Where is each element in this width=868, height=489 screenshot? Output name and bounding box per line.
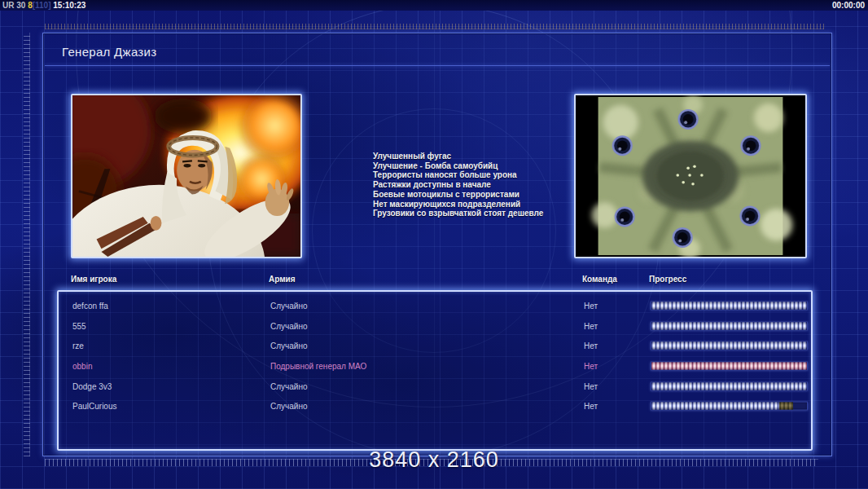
player-name: 555 xyxy=(72,321,86,330)
player-army: Случайно xyxy=(270,302,308,311)
fps-readout: UR 30 8[110] 15:10:23 xyxy=(2,0,85,11)
progress-bar xyxy=(651,381,808,390)
player-row: rzeСлучайноНет xyxy=(59,336,811,356)
ruler-top xyxy=(45,24,824,29)
progress-bar-fill xyxy=(651,302,807,310)
game-timer: 00:00:00 xyxy=(832,0,865,11)
progress-bar-fill xyxy=(651,342,807,350)
bonus-item: Грузовики со взрывчаткой стоят дешевле xyxy=(373,209,543,218)
column-header-army: Армия xyxy=(269,275,296,284)
clock-readout: 15:10:23 xyxy=(53,1,85,10)
ruler-left xyxy=(24,33,30,456)
player-team: Нет xyxy=(584,402,598,411)
progress-bar xyxy=(651,302,808,311)
map-center-marker xyxy=(676,174,679,177)
map-start-position-icon xyxy=(613,136,632,155)
player-name: rze xyxy=(72,341,84,350)
progress-bar-head xyxy=(779,403,793,410)
player-army: Подрывной генерал МАО xyxy=(270,362,366,371)
player-team: Нет xyxy=(584,381,598,390)
progress-bar xyxy=(651,402,808,411)
column-header-team: Команда xyxy=(582,275,617,284)
title-separator xyxy=(45,65,830,66)
map-start-position-icon xyxy=(741,207,760,226)
column-header-progress: Прогресс xyxy=(649,275,686,284)
general-portrait-image xyxy=(72,95,300,257)
fps-label: UR 30 xyxy=(2,1,25,10)
fps-bracket: [110] xyxy=(33,1,51,10)
bonus-item: Улучшение - Бомба самоубийц xyxy=(373,161,543,171)
progress-bar xyxy=(651,321,808,330)
player-name: defcon ffa xyxy=(72,302,108,311)
map-center-marker xyxy=(688,174,691,177)
progress-bar-fill xyxy=(651,363,807,370)
progress-bar-fill xyxy=(651,403,779,410)
player-row: PaulCuriousСлучайноНет xyxy=(59,396,811,416)
loading-screen: UR 30 8[110] 15:10:23 00:00:00 Генерал Д… xyxy=(0,0,868,489)
player-army: Случайно xyxy=(270,341,308,350)
map-center-marker xyxy=(682,181,685,184)
map-start-position-icon xyxy=(673,228,692,247)
player-name: PaulCurious xyxy=(72,402,116,411)
map-center-marker xyxy=(700,174,704,177)
player-row: Dodge 3v3СлучайноНет xyxy=(59,376,811,396)
map-center-marker xyxy=(686,166,690,170)
bonus-item: Террористы наносят больше урона xyxy=(373,170,543,180)
map-center-marker xyxy=(693,165,696,168)
bonus-item: Боевые мотоциклы с террористами xyxy=(373,190,543,200)
player-name: Dodge 3v3 xyxy=(72,381,112,390)
resolution-label: 3840 x 2160 xyxy=(0,447,868,473)
bonus-item: Нет маскирующихся подразделений xyxy=(373,200,543,209)
map-preview-svg xyxy=(576,95,805,257)
page-title: Генерал Джазиз xyxy=(62,45,156,59)
map-start-position-icon xyxy=(679,110,698,129)
bonus-item: Улучшенный фугас xyxy=(373,152,543,161)
player-row: obbinПодрывной генерал МАОНет xyxy=(59,356,811,377)
progress-bar-fill xyxy=(651,322,807,329)
player-list-box: defcon ffaСлучайноНет555СлучайноНетrzeСл… xyxy=(57,290,813,451)
player-team: Нет xyxy=(584,302,598,311)
player-team: Нет xyxy=(584,321,598,330)
map-preview xyxy=(574,94,807,258)
player-rows: defcon ffaСлучайноНет555СлучайноНетrzeСл… xyxy=(59,296,811,416)
map-start-position-icon xyxy=(742,136,761,155)
progress-bar-fill xyxy=(651,382,807,390)
column-header-name: Имя игрока xyxy=(71,275,116,284)
bonus-list: Улучшенный фугасУлучшение - Бомба самоуб… xyxy=(373,152,543,218)
progress-bar xyxy=(651,341,808,350)
player-team: Нет xyxy=(584,362,598,371)
player-army: Случайно xyxy=(270,321,308,330)
general-portrait xyxy=(71,94,302,258)
player-name: obbin xyxy=(72,362,92,371)
player-army: Случайно xyxy=(270,381,308,390)
map-start-position-icon xyxy=(616,208,634,227)
player-army: Случайно xyxy=(270,402,308,411)
map-center-marker xyxy=(691,183,695,186)
status-bar: UR 30 8[110] 15:10:23 00:00:00 xyxy=(0,0,868,11)
bonus-item: Растяжки доступны в начале xyxy=(373,180,543,190)
player-row: defcon ffaСлучайноНет xyxy=(59,296,811,316)
progress-bar xyxy=(651,362,808,371)
player-team: Нет xyxy=(584,341,598,350)
player-row: 555СлучайноНет xyxy=(59,316,811,337)
